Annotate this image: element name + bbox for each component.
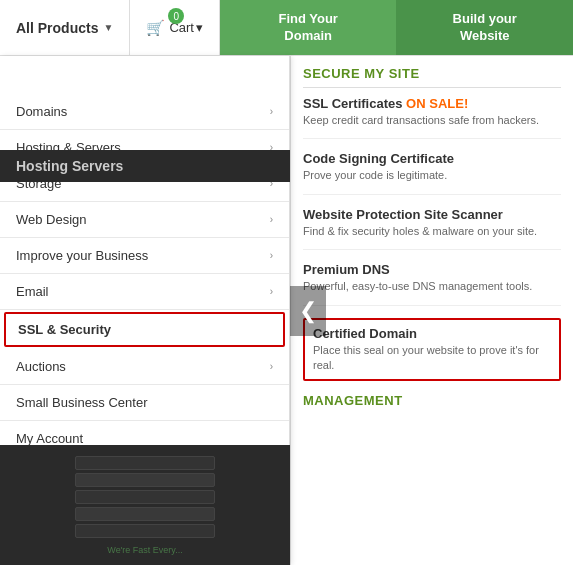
all-products-button[interactable]: All Products ▼ [0,0,130,55]
ssl-certificates-desc: Keep credit card transactions safe from … [303,113,561,128]
certified-domain-item[interactable]: Certified Domain Place this seal on your… [303,318,561,382]
cart-icon: 🛒 [146,19,165,37]
chevron-icon: › [270,286,273,297]
find-domain-button[interactable]: Find Your Domain [220,0,397,55]
website-protection-item[interactable]: Website Protection Site Scanner Find & f… [303,207,561,250]
code-signing-title: Code Signing Certificate [303,151,561,166]
back-arrow-button[interactable]: ❮ [290,286,326,336]
menu-item-ssl[interactable]: SSL & Security [4,312,285,347]
on-sale-badge: ON SALE! [406,96,468,111]
header: All Products ▼ 🛒 Cart ▾ 0 Find Your Doma… [0,0,573,56]
find-domain-line2: Domain [278,28,337,45]
certified-domain-desc: Place this seal on your website to prove… [313,343,551,374]
find-domain-line1: Find Your [278,11,337,28]
website-protection-desc: Find & fix security holes & malware on y… [303,224,561,239]
hosting-servers-label: Hosting Servers [0,150,290,182]
code-signing-desc: Prove your code is legitimate. [303,168,561,183]
certified-domain-title: Certified Domain [313,326,551,341]
server-rack-decoration: We're Fast Every... [75,456,215,555]
menu-item-auctions[interactable]: Auctions › [0,349,289,385]
menu-item-small-business[interactable]: Small Business Center [0,385,289,421]
main-content: Hosting Servers Domains › Hosting & Serv… [0,56,573,565]
secure-panel: SECURE MY SITE SSL Certificates ON SALE!… [290,56,573,565]
menu-item-email[interactable]: Email › [0,274,289,310]
right-panel: ❮ 's get you ness starte SECURE MY SITE … [290,56,573,565]
chevron-icon: › [270,106,273,117]
build-website-line1: Build your [453,11,517,28]
ssl-certificates-title: SSL Certificates ON SALE! [303,96,561,111]
chevron-icon: › [270,250,273,261]
menu-item-improve-business[interactable]: Improve your Business › [0,238,289,274]
dropdown-menu: Hosting Servers Domains › Hosting & Serv… [0,56,290,565]
cart-button[interactable]: 🛒 Cart ▾ 0 [130,0,220,55]
menu-item-web-design[interactable]: Web Design › [0,202,289,238]
premium-dns-desc: Powerful, easy-to-use DNS management too… [303,279,561,294]
premium-dns-title: Premium DNS [303,262,561,277]
ssl-certificates-item[interactable]: SSL Certificates ON SALE! Keep credit ca… [303,96,561,139]
premium-dns-item[interactable]: Premium DNS Powerful, easy-to-use DNS ma… [303,262,561,305]
build-website-button[interactable]: Build your Website [396,0,573,55]
cart-arrow: ▾ [196,20,203,35]
chevron-icon: › [270,214,273,225]
website-protection-title: Website Protection Site Scanner [303,207,561,222]
all-products-label: All Products [16,20,98,36]
management-title: MANAGEMENT [303,393,561,408]
build-website-line2: Website [453,28,517,45]
all-products-arrow: ▼ [103,22,113,33]
chevron-icon: › [270,361,273,372]
code-signing-item[interactable]: Code Signing Certificate Prove your code… [303,151,561,194]
server-image-area: We're Fast Every... [0,445,290,565]
secure-panel-title: SECURE MY SITE [303,66,561,88]
menu-item-domains[interactable]: Domains › [0,94,289,130]
